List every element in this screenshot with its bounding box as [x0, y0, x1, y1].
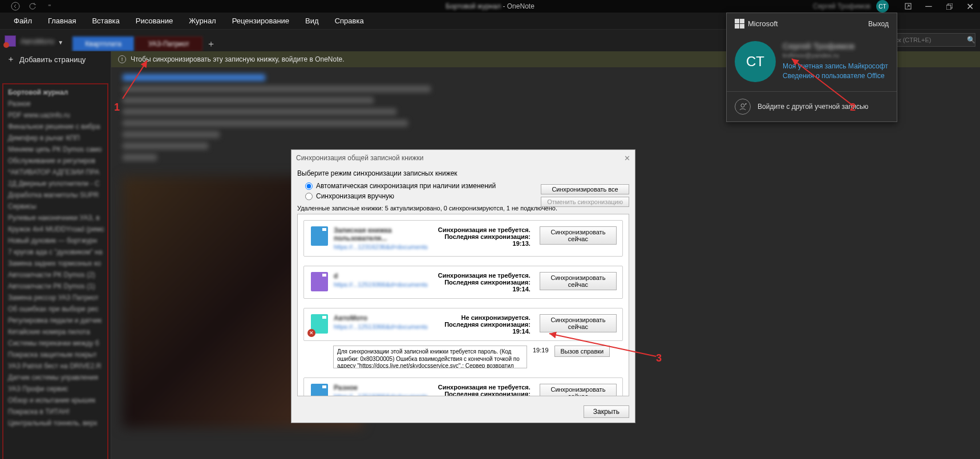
search-input[interactable] — [888, 36, 967, 43]
title-bar: ⁼ Бортовой журнал - OneNote Сергей Трофи… — [0, 0, 980, 13]
notebook-link: https://...12519366&d=documents — [334, 281, 428, 288]
notebook-list[interactable]: Записная книжка пользователя...https://.… — [297, 214, 629, 396]
notebook-title: АвтоМото — [334, 314, 428, 322]
titlebar-account-name[interactable]: Сергей Трофимов — [807, 2, 876, 10]
add-page-button[interactable]: ＋ Добавить страницу — [0, 51, 111, 67]
notebook-status: Не синхронизируется. — [434, 314, 531, 321]
ribbon-tab-view[interactable]: Вид — [297, 13, 327, 30]
marker-3: 3 — [656, 352, 662, 364]
window-close[interactable]: ✕ — [959, 0, 980, 13]
office-info-link[interactable]: Сведения о пользователе Office — [783, 72, 889, 80]
help-button[interactable]: Вызов справки — [554, 346, 610, 357]
page-item[interactable]: УАЗ Профи сервис — [7, 383, 104, 395]
page-item[interactable]: Рулевые наконечники УАЗ, в — [7, 212, 104, 224]
cancel-sync-button: Отменить синхронизацию — [541, 197, 629, 207]
account-popup: Microsoft Выход CT Сергей Трофимов trofi… — [726, 13, 897, 122]
page-item[interactable]: Новый духовик — бортжурн — [7, 235, 104, 246]
section-tab-1[interactable]: Квартплата — [72, 36, 134, 51]
error-message[interactable]: Для синхронизации этой записной книжки т… — [333, 346, 527, 368]
notebook-icon — [311, 384, 328, 396]
notebook-icon — [311, 272, 328, 291]
notebook-error-badge — [3, 42, 9, 48]
logout-link[interactable]: Выход — [868, 20, 889, 28]
sync-all-button[interactable]: Синхронизировать все — [541, 184, 629, 194]
notebook-name[interactable]: АвтоМото — [21, 37, 54, 46]
notebook-icon[interactable] — [5, 35, 16, 47]
page-item[interactable]: Автозапчасти РК Dymos (2) — [7, 269, 104, 281]
plus-icon: ＋ — [7, 54, 15, 64]
notebook-title: Разное — [334, 384, 428, 392]
section-tab-2[interactable]: УАЗ-Патриот — [135, 36, 203, 51]
page-item[interactable]: *АКТИВАТОР АДГЕЗИИ ПРА — [7, 166, 104, 178]
ms-account-link[interactable]: Моя учетная запись Майкрософт — [783, 62, 889, 70]
ribbon-tab-review[interactable]: Рецензирование — [224, 13, 297, 30]
page-item[interactable]: 2Д Дверные уплотнители - С — [7, 178, 104, 189]
page-item[interactable]: Кружок 4x4 MUDDYroad (ремо — [7, 224, 104, 235]
notebook-last-sync: Последняя синхронизация: 19:14. — [434, 279, 531, 293]
page-item[interactable]: Сервисы — [7, 201, 104, 212]
ribbon-tab-help[interactable]: Справка — [327, 13, 372, 30]
error-time: 19:19 — [533, 346, 549, 354]
sync-now-button[interactable]: Синхронизировать сейчас — [540, 272, 617, 290]
ribbon-display-options[interactable] — [898, 0, 918, 13]
page-item[interactable]: Обзор и испытание крышек — [7, 395, 104, 406]
page-item[interactable]: Финальное решение с вибра — [7, 121, 104, 132]
page-item[interactable]: Датчик системы управления — [7, 372, 104, 383]
ribbon-tab-home[interactable]: Главная — [40, 13, 84, 30]
notebook-row: Записная книжка пользователя...https://.… — [303, 220, 623, 257]
dialog-subtitle: Выберите режим синхронизации записных кн… — [297, 169, 629, 177]
page-item[interactable]: Меняем цепь РК Dymos само — [7, 144, 104, 155]
switch-account-icon — [735, 99, 751, 115]
undo-button[interactable] — [27, 1, 38, 11]
search-box[interactable]: 🔍 — [884, 33, 975, 47]
titlebar-avatar[interactable]: CT — [876, 0, 889, 13]
marker-1: 1 — [114, 101, 120, 113]
sync-now-button[interactable]: Синхронизировать сейчас — [540, 226, 617, 245]
customize-qat[interactable]: ⁼ — [44, 1, 55, 11]
dialog-close-x[interactable]: ✕ — [624, 154, 630, 163]
page-item[interactable]: УАЗ Patriot бест на DRIVE2.R — [7, 360, 104, 372]
page-item[interactable]: Регулировка педали и датчик — [7, 315, 104, 326]
ribbon-tab-journal[interactable]: Журнал — [181, 13, 224, 30]
marker-2: 2 — [850, 101, 856, 113]
window-title: Бортовой журнал - OneNote — [446, 2, 534, 10]
notebook-title: Записная книжка пользователя... — [334, 226, 428, 242]
sync-now-button[interactable]: Синхронизировать сейчас — [540, 384, 617, 396]
sync-now-button[interactable]: Синхронизировать сейчас — [540, 314, 617, 332]
ribbon-tab-draw[interactable]: Рисование — [128, 13, 181, 30]
page-item[interactable]: Замена задних тормозных ко — [7, 258, 104, 269]
account-name: Сергей Трофимов — [783, 41, 889, 51]
search-icon[interactable]: 🔍 — [967, 36, 975, 44]
page-item[interactable]: Автозапчасти РК Dymos (1) — [7, 281, 104, 292]
page-item[interactable]: Об ошибках при выборе рес — [7, 303, 104, 315]
notebook-dropdown[interactable]: ▼ — [58, 39, 63, 46]
page-item[interactable]: Системы перекачки между б — [7, 338, 104, 349]
page-item[interactable]: Покраска защитным покрыт — [7, 349, 104, 360]
close-button[interactable]: Закрыть — [584, 405, 629, 418]
page-list-header[interactable]: Бортовой журнал — [7, 87, 104, 98]
page-item[interactable]: Замена рессор УАЗ Патриот — [7, 292, 104, 303]
notebook-link: https://...12513366&d=documents — [334, 323, 428, 330]
page-item[interactable]: Кетайские номера пилота — [7, 326, 104, 338]
ribbon-tab-insert[interactable]: Вставка — [84, 13, 127, 30]
ribbon-tab-file[interactable]: Файл — [6, 13, 40, 30]
page-item[interactable]: PDF www.uazinfo.ru — [7, 109, 104, 121]
notebook-row: ✕АвтоМотоhttps://...12513366&d=documents… — [303, 308, 623, 341]
page-item[interactable]: Покраска в ТИТАН! — [7, 406, 104, 417]
dialog-title: Синхронизация общей записной книжки — [296, 154, 424, 162]
notebook-status: Синхронизация не требуется. — [434, 272, 531, 279]
page-item[interactable]: Обслуживание и регулиров — [7, 155, 104, 166]
window-restore[interactable] — [939, 0, 959, 13]
notebook-link: https://...12519366&d=documents — [334, 393, 428, 396]
window-minimize[interactable]: ─ — [918, 0, 939, 13]
page-item[interactable]: Доработка магнитолы SUPR — [7, 189, 104, 201]
notebook-link: https://...12316236&d=documents — [334, 243, 428, 250]
page-item[interactable]: Демпфер в рычаг КПП — [7, 132, 104, 144]
add-section-button[interactable]: ＋ — [204, 36, 218, 51]
page-item[interactable]: Разное — [7, 98, 104, 109]
page-item[interactable]: Центральный тоннель, верх — [7, 417, 104, 429]
notebook-last-sync: Последняя синхронизация: 19:14. — [434, 391, 531, 396]
back-button[interactable] — [10, 1, 21, 11]
page-item[interactable]: 7 кругов ада с "духовиком" на — [7, 246, 104, 258]
svg-point-3 — [741, 104, 744, 107]
